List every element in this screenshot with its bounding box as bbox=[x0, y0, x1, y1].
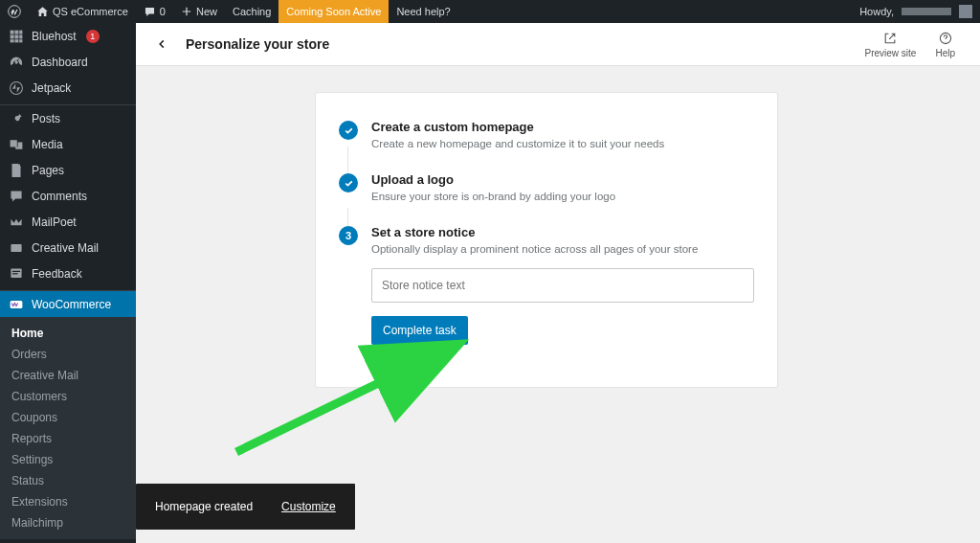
grid-icon bbox=[9, 29, 24, 44]
complete-task-button[interactable]: Complete task bbox=[371, 316, 468, 345]
caching-link[interactable]: Caching bbox=[225, 0, 278, 23]
sidebar-item-feedback[interactable]: Feedback bbox=[0, 260, 136, 286]
submenu-item-extensions[interactable]: Extensions bbox=[0, 491, 136, 512]
sidebar-item-pages[interactable]: Pages bbox=[0, 157, 136, 183]
step-title: Create a custom homepage bbox=[371, 120, 754, 134]
help-label: Help bbox=[935, 48, 955, 58]
sidebar-item-comments[interactable]: Comments bbox=[0, 183, 136, 209]
caching-label: Caching bbox=[233, 6, 271, 17]
submenu-item-status[interactable]: Status bbox=[0, 470, 136, 491]
chat-icon bbox=[9, 189, 24, 204]
svg-rect-12 bbox=[12, 164, 20, 176]
store-notice-input[interactable] bbox=[371, 268, 754, 303]
svg-rect-4 bbox=[11, 34, 14, 38]
svg-point-11 bbox=[11, 141, 13, 143]
comment-icon bbox=[144, 6, 156, 18]
sidebar-item-label: Creative Mail bbox=[32, 241, 99, 255]
step-title: Set a store notice bbox=[371, 225, 754, 239]
sidebar-item-label: Bluehost bbox=[32, 30, 77, 43]
sidebar-item-label: Posts bbox=[32, 112, 60, 125]
page-header: Personalize your store Preview site Help bbox=[136, 23, 980, 66]
avatar bbox=[959, 5, 972, 18]
help-button[interactable]: Help bbox=[925, 31, 965, 58]
cm-icon bbox=[9, 240, 24, 256]
wordpress-icon bbox=[8, 5, 21, 18]
new-label: New bbox=[196, 6, 217, 17]
svg-rect-7 bbox=[11, 39, 14, 42]
onboarding-step-3: 3Set a store noticeOptionally display a … bbox=[339, 217, 754, 358]
external-icon bbox=[882, 31, 898, 46]
sidebar-item-woocommerce[interactable]: WooCommerce bbox=[0, 290, 136, 317]
need-help-link[interactable]: Need help? bbox=[389, 0, 457, 23]
svg-rect-3 bbox=[19, 30, 22, 34]
howdy-link[interactable]: Howdy, bbox=[852, 0, 980, 23]
coming-soon-label: Coming Soon Active bbox=[286, 6, 381, 17]
sidebar-item-label: Dashboard bbox=[32, 56, 88, 69]
comment-count: 0 bbox=[160, 6, 166, 17]
back-button[interactable] bbox=[151, 34, 172, 55]
svg-rect-9 bbox=[19, 39, 22, 42]
onboarding-step-1: Create a custom homepageCreate a new hom… bbox=[339, 112, 754, 165]
svg-rect-6 bbox=[19, 34, 22, 38]
sidebar-item-jetpack[interactable]: Jetpack bbox=[0, 75, 136, 101]
new-link[interactable]: New bbox=[173, 0, 225, 23]
username-redacted bbox=[902, 8, 951, 15]
step-title: Upload a logo bbox=[371, 172, 754, 187]
submenu-item-home[interactable]: Home bbox=[0, 323, 136, 344]
svg-rect-5 bbox=[14, 34, 18, 38]
sidebar-item-dashboard[interactable]: Dashboard bbox=[0, 49, 136, 75]
toast-action-link[interactable]: Customize bbox=[281, 500, 336, 513]
site-link[interactable]: QS eCommerce bbox=[29, 0, 136, 23]
admin-sidebar: Bluehost1DashboardJetpackPostsMediaPages… bbox=[0, 23, 136, 543]
sidebar-item-bluehost[interactable]: Bluehost1 bbox=[0, 23, 136, 49]
comments-link[interactable]: 0 bbox=[136, 0, 173, 23]
sidebar-item-label: Media bbox=[32, 138, 63, 151]
sidebar-item-posts[interactable]: Posts bbox=[0, 104, 136, 131]
svg-rect-15 bbox=[12, 270, 20, 271]
toast-message: Homepage created bbox=[155, 500, 253, 513]
svg-rect-13 bbox=[11, 244, 21, 252]
sidebar-item-label: WooCommerce bbox=[32, 298, 111, 311]
submenu-item-creative-mail[interactable]: Creative Mail bbox=[0, 365, 136, 386]
step-desc: Create a new homepage and customize it t… bbox=[371, 136, 754, 151]
toast-notice: Homepage created Customize bbox=[136, 484, 355, 530]
onboarding-step-2: Upload a logoEnsure your store is on-bra… bbox=[339, 165, 754, 217]
gauge-icon bbox=[9, 55, 24, 70]
onboarding-card: Create a custom homepageCreate a new hom… bbox=[315, 92, 778, 388]
jet-icon bbox=[9, 80, 24, 96]
submenu-item-settings[interactable]: Settings bbox=[0, 449, 136, 470]
svg-rect-16 bbox=[12, 273, 18, 274]
howdy-label: Howdy, bbox=[859, 6, 894, 17]
sidebar-item-media[interactable]: Media bbox=[0, 131, 136, 157]
svg-point-10 bbox=[11, 81, 23, 94]
submenu-item-mailchimp[interactable]: Mailchimp bbox=[0, 512, 136, 533]
preview-label: Preview site bbox=[865, 48, 917, 58]
wp-logo[interactable] bbox=[0, 0, 29, 23]
submenu-item-customers[interactable]: Customers bbox=[0, 386, 136, 407]
svg-rect-2 bbox=[14, 30, 18, 34]
plus-icon bbox=[181, 6, 192, 17]
site-name: QS eCommerce bbox=[53, 6, 128, 17]
admin-toolbar: QS eCommerce 0 New Caching Coming Soon A… bbox=[0, 0, 980, 23]
coming-soon[interactable]: Coming Soon Active bbox=[278, 0, 389, 23]
page-icon bbox=[9, 163, 24, 178]
svg-rect-8 bbox=[14, 39, 18, 42]
notification-badge: 1 bbox=[86, 30, 100, 43]
preview-site-button[interactable]: Preview site bbox=[856, 31, 926, 58]
checkmark-icon bbox=[339, 121, 358, 140]
help-icon bbox=[938, 31, 953, 46]
step-desc: Optionally display a prominent notice ac… bbox=[371, 241, 754, 257]
submenu-item-coupons[interactable]: Coupons bbox=[0, 407, 136, 428]
pin-icon bbox=[9, 111, 24, 126]
sidebar-item-creative-mail[interactable]: Creative Mail bbox=[0, 235, 136, 260]
sidebar-item-label: Feedback bbox=[32, 267, 82, 281]
page-title: Personalize your store bbox=[186, 36, 329, 52]
submenu-item-orders[interactable]: Orders bbox=[0, 344, 136, 365]
mp-icon bbox=[9, 215, 24, 230]
sidebar-item-label: Comments bbox=[32, 190, 87, 203]
sidebar-item-mailpoet[interactable]: MailPoet bbox=[0, 209, 136, 235]
sidebar-item-label: MailPoet bbox=[32, 215, 77, 229]
home-icon bbox=[36, 6, 49, 18]
step-number: 3 bbox=[339, 226, 358, 245]
submenu-item-reports[interactable]: Reports bbox=[0, 428, 136, 449]
